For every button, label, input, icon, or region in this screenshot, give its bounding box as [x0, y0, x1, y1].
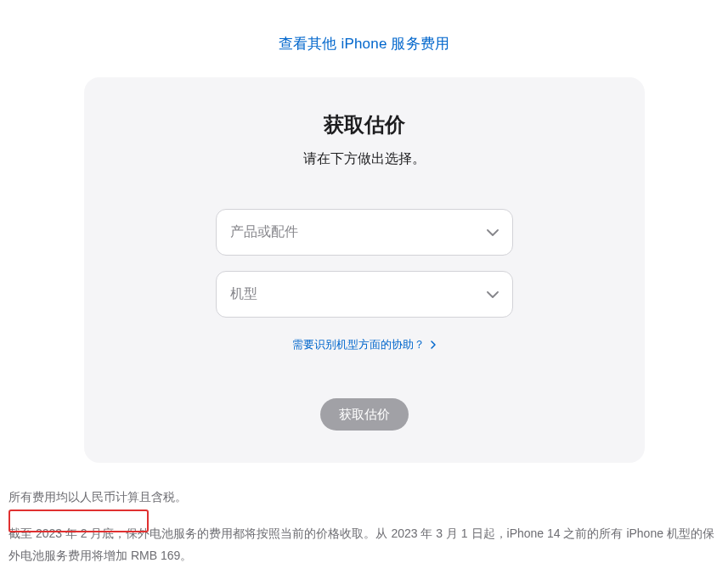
card-subtitle: 请在下方做出选择。: [127, 150, 602, 168]
product-select-placeholder: 产品或配件: [230, 223, 298, 241]
estimate-card: 获取估价 请在下方做出选择。 产品或配件 机型 需要识别机型方面的协助？: [84, 77, 645, 463]
submit-wrapper: 获取估价: [127, 398, 602, 431]
help-link-label: 需要识别机型方面的协助？: [292, 338, 425, 351]
card-title: 获取估价: [127, 111, 602, 138]
chevron-right-icon: [431, 339, 436, 352]
get-estimate-button[interactable]: 获取估价: [320, 398, 409, 431]
footer-currency-note: 所有费用均以人民币计算且含税。: [8, 487, 720, 508]
view-other-fees-link[interactable]: 查看其他 iPhone 服务费用: [279, 36, 450, 52]
model-select-wrapper: 机型: [216, 271, 513, 318]
product-select[interactable]: 产品或配件: [216, 209, 513, 256]
chevron-down-icon: [487, 291, 499, 298]
help-link-wrapper: 需要识别机型方面的协助？: [127, 336, 602, 352]
identify-model-help-link[interactable]: 需要识别机型方面的协助？: [292, 338, 437, 351]
model-select-placeholder: 机型: [230, 285, 257, 303]
footer-price-change-note: 截至 2023 年 2 月底，保外电池服务的费用都将按照当前的价格收取。从 20…: [8, 523, 720, 563]
top-link-wrapper: 查看其他 iPhone 服务费用: [0, 0, 728, 77]
chevron-down-icon: [487, 229, 499, 236]
product-select-wrapper: 产品或配件: [216, 209, 513, 256]
model-select[interactable]: 机型: [216, 271, 513, 318]
